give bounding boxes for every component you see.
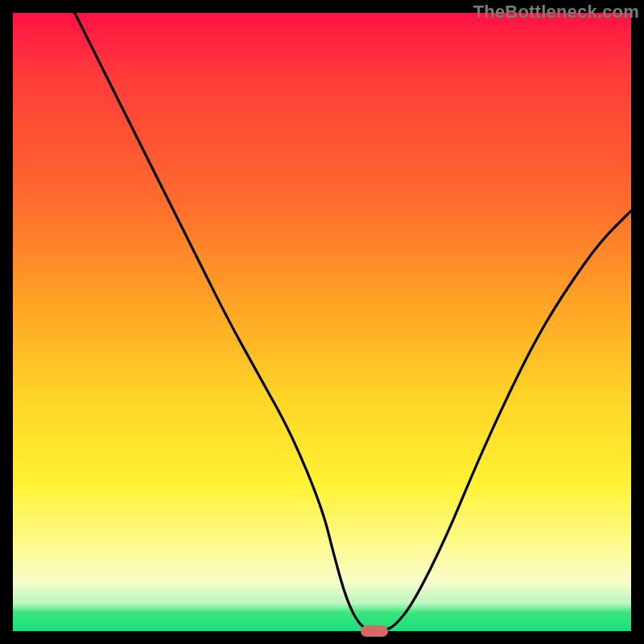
curve-svg: [13, 13, 631, 631]
plot-area: [13, 13, 631, 631]
optimum-marker: [361, 625, 388, 637]
chart-frame: TheBottleneck.com: [0, 0, 644, 644]
bottleneck-curve-path: [75, 13, 631, 631]
